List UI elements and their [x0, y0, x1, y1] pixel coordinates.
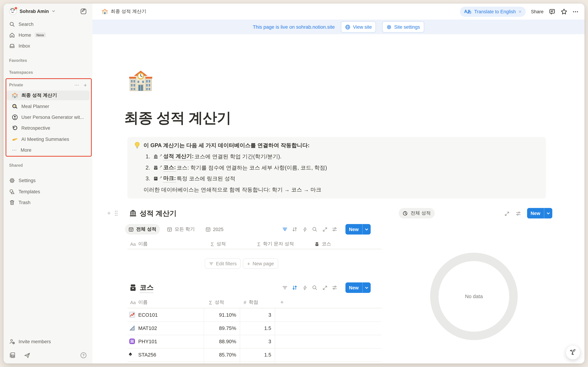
- table-row-mat102[interactable]: MAT102 89.75% 1.5: [127, 322, 381, 335]
- share-button[interactable]: Share: [531, 9, 544, 14]
- add-block-icon[interactable]: +: [107, 210, 111, 217]
- mention-courses-db[interactable]: ↗ 코스:: [153, 164, 176, 172]
- school-icon: [12, 92, 18, 98]
- drag-handle-icon[interactable]: [114, 210, 118, 216]
- expand-icon[interactable]: [502, 208, 512, 219]
- person-plus-icon: [9, 339, 15, 344]
- new-dropdown-chevron[interactable]: [362, 224, 371, 234]
- view-site-button[interactable]: View site: [341, 21, 376, 33]
- banner-message: This page is live on sohrab.notion.site: [253, 24, 335, 30]
- sidebar-item-user-persona[interactable]: User Persona Generator wit...: [6, 112, 90, 122]
- sidebar-item-grade-calculator[interactable]: 최종 성적 계산기: [6, 91, 90, 100]
- triangular-ruler-icon: [129, 325, 135, 331]
- edit-filters-button[interactable]: Edit filters: [205, 258, 241, 269]
- favorite-star-icon[interactable]: [561, 8, 567, 15]
- avatar: [9, 7, 17, 15]
- sidebar-item-inbox[interactable]: Inbox: [6, 41, 90, 51]
- sidebar-item-settings[interactable]: Settings: [6, 175, 90, 185]
- search-icon[interactable]: [310, 282, 320, 293]
- more-options-icon[interactable]: ⋯: [573, 8, 579, 15]
- close-icon[interactable]: ×: [519, 9, 521, 14]
- mention-marks-db[interactable]: A+ ↗ 마크:: [153, 175, 176, 183]
- filter-icon[interactable]: [280, 224, 290, 235]
- notion-ai-button[interactable]: [566, 345, 580, 360]
- private-more-icon[interactable]: ⋯: [74, 82, 79, 88]
- sliders-icon[interactable]: [330, 224, 339, 235]
- sidebar-item-trash[interactable]: Trash: [6, 198, 90, 207]
- gear-icon: [9, 177, 15, 183]
- notion-window: Sohrab Amin Search Home New Inbox Favori…: [3, 3, 585, 364]
- column-header-grade[interactable]: Σ성적: [209, 297, 224, 307]
- chart-new-button[interactable]: New: [527, 208, 552, 218]
- breadcrumb-title: 최종 성적 계산기: [111, 8, 146, 15]
- calendar-icon[interactable]: 24: [9, 352, 16, 359]
- page-school-icon: [102, 8, 108, 15]
- new-page-button[interactable]: + New page: [243, 258, 278, 269]
- site-banner: This page is live on sohrab.notion.site …: [92, 20, 585, 34]
- sidebar-item-retrospective[interactable]: Retrospective: [6, 123, 90, 133]
- new-dropdown-chevron[interactable]: [362, 283, 371, 293]
- callout-item-3: 3. A+ ↗ 마크: 특정 코스에 링크된 성적: [146, 175, 235, 183]
- page-icon-school[interactable]: [129, 70, 152, 93]
- callout-item-2: 2. ↗ 코스: 코스: 학기를 점수에 연결하는 코스 세부 사항(이름, 코…: [146, 164, 327, 172]
- courses-db-toolbar: New: [92, 282, 381, 293]
- search-icon: [9, 21, 15, 27]
- expand-icon[interactable]: [320, 282, 330, 293]
- courses-new-button[interactable]: New: [346, 283, 371, 293]
- topbar: 최종 성적 계산기 Aあ Translate to English × Shar…: [92, 3, 585, 20]
- lightning-icon[interactable]: [300, 282, 310, 293]
- translate-pill[interactable]: Aあ Translate to English ×: [460, 7, 526, 17]
- chart-widget-tab[interactable]: 전체 성적: [399, 208, 435, 218]
- translate-label: Translate to English: [474, 9, 516, 14]
- invite-members-button[interactable]: Invite members: [6, 337, 90, 346]
- column-header-letter-grade[interactable]: Σ학기 문자 성적: [257, 239, 294, 249]
- column-header-course-relation[interactable]: 코스: [315, 239, 331, 249]
- grades-db-icon: [129, 209, 137, 217]
- add-column-button[interactable]: +: [280, 297, 284, 307]
- frying-pan-icon: [12, 103, 18, 109]
- help-icon[interactable]: ?: [80, 352, 87, 359]
- svg-text:A+: A+: [155, 177, 157, 179]
- paper-plane-icon[interactable]: [24, 352, 30, 359]
- column-header-name[interactable]: Aa이름: [130, 239, 148, 249]
- marks-db-icon: A+: [153, 176, 158, 181]
- table-row-eco101[interactable]: ECO101 91.10% 3: [127, 308, 381, 322]
- sidebar-item-more[interactable]: ⋯ More: [6, 145, 90, 155]
- table-row-sta256[interactable]: ♠ STA256 85.70% 1.5: [127, 348, 381, 361]
- search-icon[interactable]: [310, 224, 320, 235]
- mention-grades-db[interactable]: ↗ 성적 계산기:: [153, 153, 194, 160]
- workspace-switcher[interactable]: Sohrab Amin: [6, 6, 90, 16]
- notification-dot: [15, 7, 17, 9]
- table-row-phy101[interactable]: PHY101 88.90% 3: [127, 335, 381, 348]
- section-shared: Shared: [9, 163, 23, 167]
- gear-icon: [386, 24, 392, 30]
- column-header-credits[interactable]: #학점: [244, 297, 258, 307]
- pie-chart-icon: [403, 211, 408, 216]
- grades-db-heading: 성적 계산기: [129, 208, 177, 218]
- workspace-name: Sohrab Amin: [20, 8, 49, 14]
- sidebar-item-home[interactable]: Home New: [6, 30, 90, 40]
- courses-db-icon: [153, 165, 158, 170]
- filter-icon[interactable]: [280, 282, 290, 293]
- sliders-icon[interactable]: [330, 282, 339, 293]
- section-private[interactable]: Private ⋯ +: [6, 80, 90, 90]
- sort-icon[interactable]: [290, 224, 300, 235]
- private-add-icon[interactable]: +: [84, 82, 87, 88]
- sidebar-item-templates[interactable]: Templates: [6, 187, 90, 196]
- grades-new-button[interactable]: New: [346, 224, 371, 234]
- lightning-icon[interactable]: [300, 224, 310, 235]
- sidebar-item-ai-meeting-summaries[interactable]: AI Meeting Summaries: [6, 134, 90, 144]
- comments-icon[interactable]: [549, 8, 555, 15]
- compose-icon[interactable]: [80, 8, 87, 15]
- column-header-grade[interactable]: Σ성적: [211, 239, 226, 249]
- page-title: 최종 성적 계산기: [124, 108, 231, 128]
- site-settings-button[interactable]: Site settings: [382, 21, 424, 33]
- column-header-name[interactable]: Aa이름: [130, 297, 148, 307]
- new-dropdown-chevron[interactable]: [544, 208, 552, 218]
- expand-icon[interactable]: [320, 224, 330, 235]
- sidebar-item-search[interactable]: Search: [6, 19, 90, 29]
- sliders-icon[interactable]: [513, 208, 523, 219]
- sort-icon[interactable]: [290, 282, 300, 293]
- callout-item-1: 1. ↗ 성적 계산기: 코스에 연결된 학업 기간(학기/분기).: [146, 152, 281, 161]
- sidebar-item-meal-planner[interactable]: Meal Planner: [6, 101, 90, 111]
